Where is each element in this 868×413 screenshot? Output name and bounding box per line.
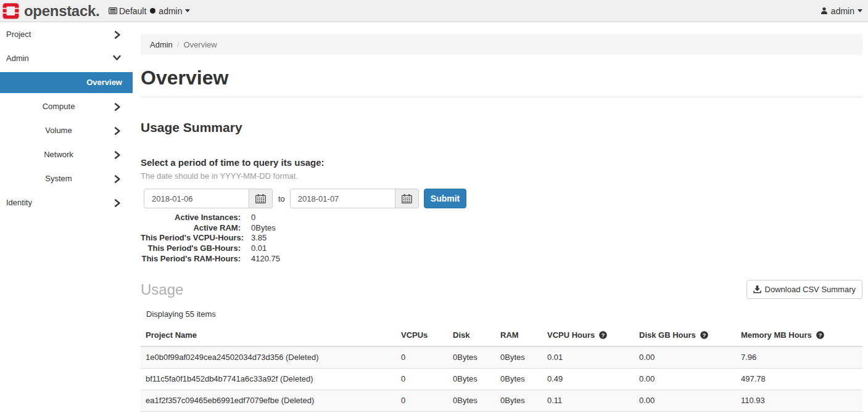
cell-ram: 0Bytes — [495, 368, 542, 390]
table-row[interactable]: bf11c5fa0f1b452db4b7741a6c33a92f (Delete… — [141, 368, 862, 390]
usage-table: Project Name VCPUs Disk RAM VCPU Hours? … — [141, 325, 862, 412]
help-icon[interactable]: ? — [599, 331, 607, 339]
cell-disk-gb-hours: 0.00 — [634, 368, 736, 390]
date-to-calendar-addon[interactable] — [395, 189, 419, 208]
sidebar-item-label: Project — [6, 30, 31, 39]
svg-text:?: ? — [601, 331, 605, 338]
sidebar-item-label: System — [45, 174, 72, 183]
user-menu-dropdown[interactable]: admin — [821, 0, 862, 22]
date-from-input[interactable] — [144, 189, 249, 208]
cell-disk-gb-hours: 0.00 — [634, 390, 736, 411]
cell-memory-mb-hours: 7.96 — [736, 346, 862, 369]
period-prompt: Select a period of time to query its usa… — [141, 157, 862, 168]
caret-down-icon — [858, 9, 862, 12]
usage-period-form: to Submit — [144, 189, 862, 208]
cell-project-name: bf11c5fa0f1b452db4b7741a6c33a92f (Delete… — [141, 368, 396, 390]
sidebar-item-label: Compute — [43, 102, 75, 111]
user-name-label: admin — [831, 6, 854, 16]
stat-value: 3.85 — [251, 233, 862, 243]
sidebar-item-network[interactable]: Network — [0, 142, 133, 166]
sidebar-item-label: Network — [44, 150, 73, 159]
context-project-label: admin — [159, 6, 182, 16]
cell-vcpus: 0 — [396, 368, 448, 390]
sidebar-item-identity[interactable]: Identity — [0, 190, 133, 215]
column-header-project-name: Project Name — [141, 325, 396, 346]
sidebar-item-project[interactable]: Project — [0, 22, 133, 46]
cell-disk: 0Bytes — [448, 390, 495, 411]
sidebar-item-label: Volume — [45, 126, 72, 135]
context-domain-label: Default — [119, 6, 146, 16]
stat-label: Active RAM: — [141, 223, 241, 234]
cell-memory-mb-hours: 497.78 — [736, 368, 862, 390]
title-divider — [141, 97, 862, 97]
sidebar-item-system[interactable]: System — [0, 166, 133, 190]
help-icon[interactable]: ? — [700, 331, 708, 339]
column-header-vcpus: VCPUs — [396, 325, 448, 346]
main-content: Admin / Overview Overview Usage Summary … — [133, 22, 868, 412]
chevron-right-icon — [114, 199, 121, 207]
stat-row: Active Instances: 0 — [141, 213, 862, 223]
calendar-icon — [255, 194, 266, 203]
date-from-group — [144, 189, 273, 208]
breadcrumb: Admin / Overview — [141, 34, 862, 55]
breadcrumb-admin-link[interactable]: Admin — [150, 40, 173, 49]
stat-value: 4120.75 — [251, 254, 862, 264]
sidebar-item-label: Admin — [6, 54, 29, 63]
usage-summary-stats: Active Instances: 0 Active RAM: 0Bytes T… — [141, 213, 862, 264]
stat-value: 0Bytes — [251, 223, 862, 234]
cell-vcpu-hours: 0.11 — [542, 390, 634, 411]
svg-text:?: ? — [818, 331, 822, 338]
cell-disk: 0Bytes — [448, 368, 495, 390]
period-hint: The date should be in YYYY-MM-DD format. — [141, 171, 862, 181]
download-icon — [753, 285, 761, 293]
column-header-memory-mb-hours: Memory MB Hours? — [736, 325, 862, 346]
sidebar-item-compute[interactable]: Compute — [0, 94, 133, 118]
domain-icon — [109, 7, 117, 14]
column-header-label: VCPU Hours — [547, 330, 595, 340]
column-header-disk: Disk — [448, 325, 495, 346]
date-to-group — [290, 189, 419, 208]
project-bullet-icon — [150, 8, 155, 14]
cell-ram: 0Bytes — [495, 390, 542, 411]
cell-project-name: ea1f2f357c09465eb6991edf7079efbe (Delete… — [141, 390, 396, 411]
submit-button[interactable]: Submit — [424, 189, 466, 208]
column-header-label: Disk GB Hours — [639, 330, 696, 340]
usage-summary-heading: Usage Summary — [141, 120, 862, 135]
stat-label: Active Instances: — [141, 213, 241, 223]
table-row[interactable]: 1e0b0f99af0249cea24502034d73d356 (Delete… — [141, 346, 862, 369]
download-csv-label: Download CSV Summary — [765, 285, 856, 294]
cell-memory-mb-hours: 110.93 — [736, 390, 862, 411]
top-navbar: openstack. Default admin admin — [0, 0, 868, 22]
date-to-input[interactable] — [290, 189, 395, 208]
column-header-disk-gb-hours: Disk GB Hours? — [634, 325, 736, 346]
openstack-brand[interactable]: openstack. — [2, 0, 99, 22]
stat-value: 0.01 — [251, 243, 862, 254]
cell-disk-gb-hours: 0.00 — [634, 346, 736, 369]
download-csv-button[interactable]: Download CSV Summary — [746, 280, 862, 299]
chevron-down-icon — [113, 55, 121, 61]
stat-value: 0 — [251, 213, 862, 223]
user-icon — [821, 7, 827, 14]
stat-row: Active RAM: 0Bytes — [141, 223, 862, 234]
brand-wordmark: openstack. — [24, 0, 99, 22]
column-header-label: Memory MB Hours — [741, 330, 812, 340]
stat-row: This Period's RAM-Hours: 4120.75 — [141, 254, 862, 264]
cell-disk: 0Bytes — [448, 346, 495, 369]
table-header-row: Project Name VCPUs Disk RAM VCPU Hours? … — [141, 325, 862, 346]
help-icon[interactable]: ? — [816, 331, 824, 339]
sidebar-item-volume[interactable]: Volume — [0, 118, 133, 142]
table-row[interactable]: ea1f2f357c09465eb6991edf7079efbe (Delete… — [141, 390, 862, 411]
context-switcher-dropdown[interactable]: Default admin — [109, 0, 190, 22]
stat-row: This Period's VCPU-Hours: 3.85 — [141, 233, 862, 243]
stat-row: This Period's GB-Hours: 0.01 — [141, 243, 862, 254]
date-from-calendar-addon[interactable] — [249, 189, 273, 208]
chevron-right-icon — [114, 151, 121, 159]
caret-down-icon — [185, 9, 190, 12]
sidebar-item-overview[interactable]: Overview — [0, 72, 133, 93]
sidebar-item-admin[interactable]: Admin — [0, 46, 133, 70]
breadcrumb-current: Overview — [183, 40, 217, 49]
svg-text:?: ? — [702, 331, 706, 338]
sidebar-item-label: Overview — [86, 78, 122, 87]
chevron-right-icon — [114, 127, 121, 135]
stat-label: This Period's VCPU-Hours: — [141, 233, 241, 243]
